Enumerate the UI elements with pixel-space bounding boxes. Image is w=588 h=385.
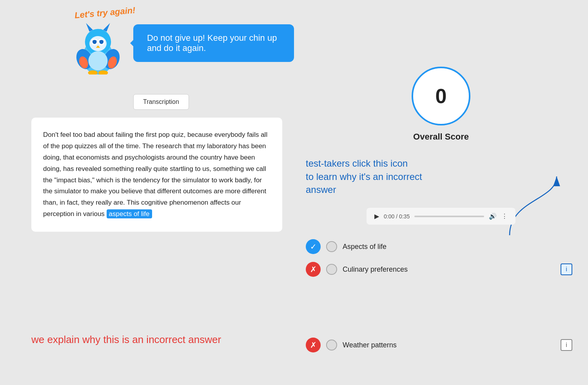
left-section: Let's try again! (0, 0, 294, 385)
mascot-area: Let's try again! (71, 12, 294, 74)
left-annotation: we explain why this is an incorrect answ… (31, 334, 221, 346)
wrong-check-icon-2: ✗ (306, 262, 321, 277)
volume-icon[interactable]: 🔊 (489, 212, 497, 220)
right-annotation: test-takers click this iconto learn why … (306, 157, 439, 196)
radio-circle-3[interactable] (326, 340, 337, 350)
radio-circle-2[interactable] (326, 264, 337, 275)
info-icon-culinary[interactable]: i (561, 263, 572, 275)
right-section: 0 Overall Score test-takers click this i… (294, 0, 588, 385)
option-text-2: Culinary preferences (343, 265, 555, 274)
progress-bar[interactable] (414, 216, 484, 217)
score-value: 0 (436, 84, 447, 108)
answer-options: ✓ Aspects of life ✗ Culinary preferences… (306, 239, 572, 360)
option-text-3: Weather patterns (343, 341, 555, 349)
speech-bubble: Do not give up! Keep your chin up and do… (133, 24, 294, 62)
more-options-icon[interactable]: ⋮ (501, 212, 508, 220)
answer-option-3: ✗ Weather patterns i (306, 338, 572, 352)
audio-player: ▶ 0:00 / 0:35 🔊 ⋮ (367, 208, 515, 225)
answer-option-2: ✗ Culinary preferences i (306, 262, 572, 277)
transcription-button[interactable]: Transcription (133, 94, 189, 110)
svg-marker-3 (103, 23, 110, 32)
option-text-1: Aspects of life (343, 243, 572, 251)
score-circle: 0 (412, 67, 470, 125)
time-display: 0:00 / 0:35 (384, 213, 410, 220)
svg-marker-2 (86, 23, 93, 32)
play-button[interactable]: ▶ (374, 212, 379, 220)
owl-mascot (71, 20, 125, 74)
info-icon-weather[interactable]: i (561, 339, 572, 351)
owl-container: Let's try again! (71, 12, 125, 74)
overall-score-label: Overall Score (413, 132, 469, 142)
lets-try-again-text: Let's try again! (74, 5, 136, 20)
passage-highlight: aspects of life (107, 209, 152, 218)
svg-point-14 (89, 51, 108, 71)
score-container: 0 Overall Score (412, 67, 470, 142)
answer-option-1: ✓ Aspects of life (306, 239, 572, 254)
wrong-check-icon-3: ✗ (306, 338, 321, 352)
passage-text-before: Don't feel too bad about failing the fir… (43, 131, 267, 218)
passage-box: Don't feel too bad about failing the fir… (31, 118, 282, 232)
radio-circle-1[interactable] (326, 241, 337, 252)
right-annotation-text: test-takers click this iconto learn why … (306, 158, 422, 195)
speech-bubble-text: Do not give up! Keep your chin up and do… (147, 33, 277, 53)
correct-check-icon: ✓ (306, 239, 321, 254)
